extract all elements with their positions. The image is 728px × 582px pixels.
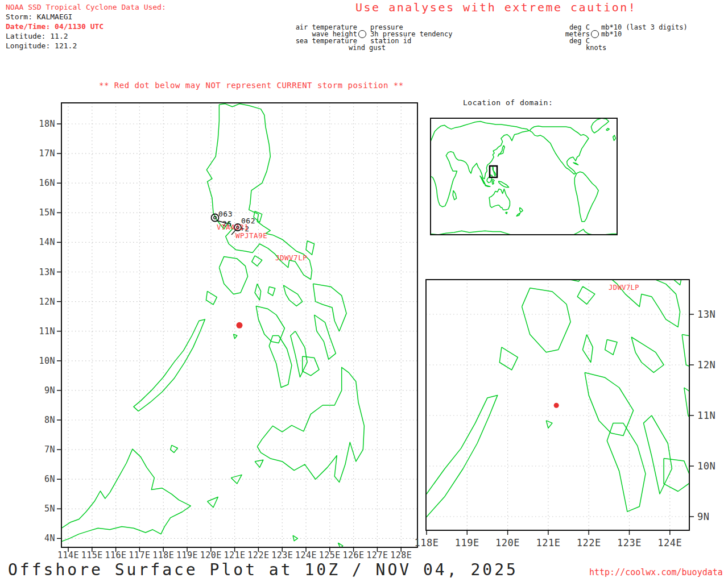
main-map-y-tick-label: 14N	[39, 237, 55, 247]
coastline	[607, 423, 646, 512]
map-border	[431, 118, 617, 235]
station-observation-text: V7A4221	[217, 223, 249, 231]
main-map-x-tick-label: 118E	[152, 550, 174, 560]
main-map-x-tick-label: 125E	[319, 550, 341, 560]
station-circle-icon	[358, 30, 366, 38]
station-observation-text: JDWV7LP	[275, 253, 307, 262]
coastline	[291, 331, 307, 377]
detail-map-y-tick-label: 9N	[697, 511, 709, 522]
main-map-y-tick-label: 15N	[39, 207, 55, 218]
legend-station-id-label: station id	[370, 38, 411, 45]
detail-map-x-tick-label: 122E	[577, 537, 601, 548]
coastline	[546, 421, 552, 428]
main-map-x-tick-label: 126E	[343, 550, 365, 560]
coastline	[219, 256, 247, 294]
storm-name-line: Storm: KALMAEGI	[6, 13, 72, 21]
main-map: 114E115E116E117E118E119E120E121E122E123E…	[39, 103, 417, 560]
coastline	[493, 167, 496, 176]
main-map-x-tick-label: 119E	[176, 550, 198, 560]
coastline	[171, 445, 178, 452]
station-symbol-inner	[214, 217, 217, 219]
coastline	[500, 27, 680, 327]
main-map-y-tick-label: 6N	[44, 474, 55, 484]
coastline	[520, 207, 523, 212]
legend-tendency-units: mb*10	[601, 31, 622, 38]
main-map-x-tick-label: 117E	[129, 550, 150, 560]
coastline	[664, 459, 692, 492]
main-map-x-tick-label: 124E	[295, 550, 317, 560]
storm-datetime-line: Date/Time: 04/1130 UTC	[6, 23, 104, 31]
main-map-y-tick-label: 8N	[44, 415, 55, 425]
coastline	[587, 477, 728, 582]
station-symbol	[212, 214, 219, 222]
main-map-x-tick-label: 115E	[81, 550, 103, 560]
legend-sea-temperature-label: sea temperature	[272, 38, 357, 45]
coastline	[581, 211, 595, 230]
coastline	[206, 291, 217, 304]
coastline	[577, 286, 595, 304]
coastline	[134, 319, 205, 411]
coastline	[644, 415, 672, 494]
coastline	[489, 189, 510, 210]
detail-map-y-tick-label: 13N	[697, 309, 715, 320]
coastline	[530, 126, 589, 174]
main-map-y-tick-label: 13N	[39, 267, 55, 277]
main-map-y-tick-label: 9N	[44, 385, 55, 396]
coastline	[498, 181, 508, 188]
coastline	[268, 287, 275, 296]
coastline	[522, 288, 571, 352]
coastline	[303, 356, 319, 376]
world-map	[431, 118, 617, 235]
coastline	[485, 185, 490, 187]
coastline	[453, 190, 456, 199]
main-map-y-tick-label: 4N	[44, 533, 55, 543]
world-map-coastlines	[431, 118, 617, 239]
coastline	[431, 122, 529, 207]
storm-latitude-line: Latitude: 11.2	[6, 32, 68, 40]
detail-map-x-tick-label: 123E	[617, 537, 642, 548]
main-map-x-tick-label: 123E	[271, 550, 293, 560]
detail-map: 118E119E120E121E122E123E124E13N12N11N10N…	[415, 280, 716, 548]
world-inset-title: Location of domain:	[463, 99, 553, 107]
main-map-y-tick-label: 16N	[39, 178, 55, 188]
main-map-x-tick-label: 127E	[366, 550, 388, 560]
coastline	[585, 372, 634, 435]
coastline	[431, 229, 617, 238]
main-map-x-tick-label: 116E	[105, 550, 127, 560]
coastline	[257, 367, 364, 482]
noaa-source-line: NOAA SSD Tropical Cyclone Data Used:	[6, 3, 166, 11]
storm-longitude-line: Longitude: 121.2	[6, 42, 77, 50]
coastline	[613, 135, 616, 141]
detail-map-coastlines	[253, 27, 728, 582]
footer-plot-title: Offshore Surface Plot at 10Z / NOV 04, 2…	[8, 562, 518, 578]
detail-map-x-tick-label: 121E	[536, 537, 560, 548]
coastline	[670, 261, 684, 285]
main-map-x-tick-label: 128E	[390, 550, 412, 560]
coastline	[293, 535, 297, 541]
coastline	[234, 334, 237, 339]
coastline	[574, 172, 598, 222]
coastline	[255, 460, 263, 467]
station-observation-text: 063	[218, 210, 233, 218]
detail-map-x-tick-label: 124E	[657, 537, 682, 548]
coastline	[606, 128, 609, 131]
caution-banner: Use analyses with extreme caution!	[355, 2, 636, 14]
main-map-y-tick-label: 17N	[39, 148, 55, 159]
detail-map-x-tick-label: 118E	[415, 537, 439, 548]
main-map-x-tick-label: 120E	[200, 550, 222, 560]
storm-position-warning: ** Red dot below may NOT represent CURRE…	[99, 81, 404, 90]
coastline	[499, 347, 518, 370]
coastline	[583, 335, 593, 363]
footer-url-link[interactable]: http://coolwx.com/buoydata	[589, 568, 723, 577]
coastline	[516, 213, 520, 217]
coastline	[252, 256, 262, 266]
detail-map-y-tick-label: 12N	[697, 359, 715, 371]
detail-map-x-tick-label: 120E	[495, 537, 520, 548]
coastline	[256, 306, 284, 343]
main-map-x-tick-label: 122E	[247, 550, 269, 560]
legend-wind-gust-label: wind gust	[349, 44, 386, 52]
station-circle-icon	[591, 30, 599, 38]
storm-position-dot	[236, 322, 242, 329]
coastline	[591, 118, 609, 133]
main-map-y-tick-label: 10N	[39, 356, 55, 366]
